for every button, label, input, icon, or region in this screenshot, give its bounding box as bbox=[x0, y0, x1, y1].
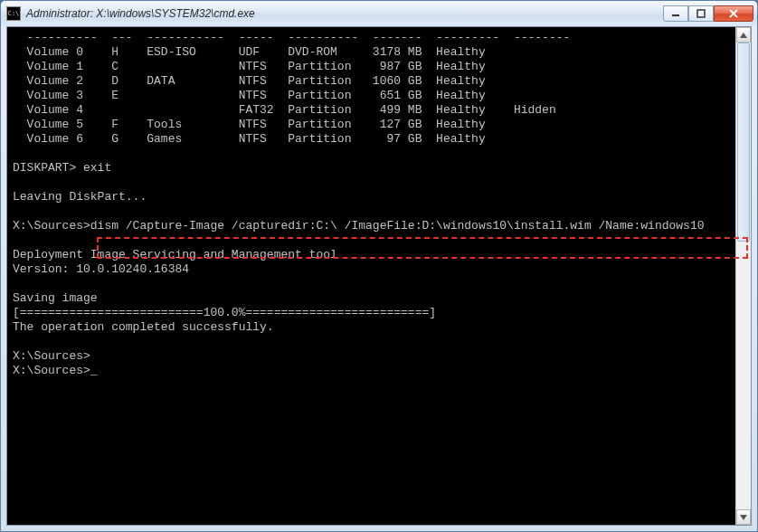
scroll-down-button[interactable] bbox=[736, 509, 751, 525]
terminal-output[interactable]: ---------- --- ----------- ----- -------… bbox=[7, 27, 735, 525]
svg-rect-0 bbox=[672, 14, 679, 16]
scroll-up-button[interactable] bbox=[736, 27, 751, 43]
maximize-button[interactable] bbox=[688, 5, 714, 22]
svg-rect-1 bbox=[697, 10, 705, 17]
titlebar[interactable]: C:\ Administrator: X:\windows\SYSTEM32\c… bbox=[1, 1, 757, 26]
scrollbar[interactable] bbox=[735, 27, 751, 525]
minimize-button[interactable] bbox=[663, 5, 688, 22]
scroll-track[interactable] bbox=[736, 43, 751, 509]
window-controls bbox=[663, 5, 753, 22]
cmd-window: C:\ Administrator: X:\windows\SYSTEM32\c… bbox=[0, 0, 758, 532]
cmd-icon: C:\ bbox=[6, 6, 21, 21]
scroll-thumb[interactable] bbox=[737, 43, 750, 242]
window-title: Administrator: X:\windows\SYSTEM32\cmd.e… bbox=[26, 7, 663, 20]
close-button[interactable] bbox=[714, 5, 753, 22]
client-area: ---------- --- ----------- ----- -------… bbox=[6, 26, 752, 526]
